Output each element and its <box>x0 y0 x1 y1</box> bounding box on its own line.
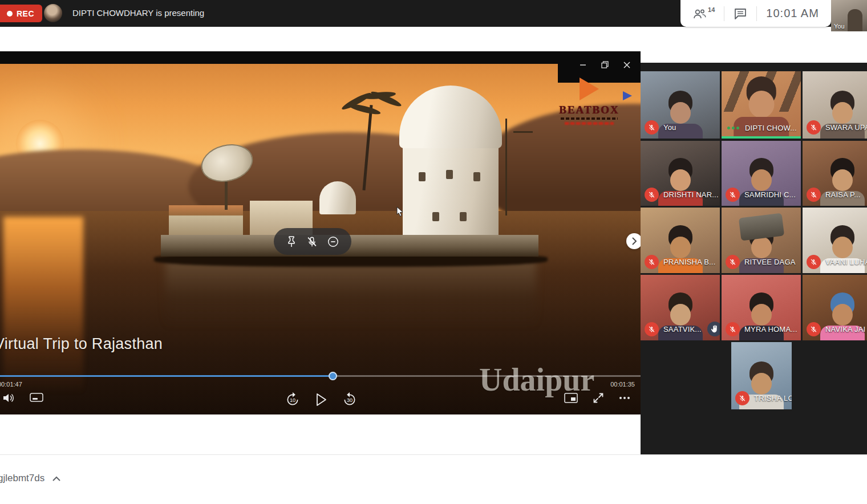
participant-tile[interactable]: MYRA HOMA... <box>722 275 801 340</box>
display-settings-icon[interactable] <box>30 393 43 403</box>
play-button-icon[interactable] <box>315 393 327 407</box>
participant-name: DRISHTI NAR... <box>663 190 719 199</box>
meeting-code-button[interactable]: gjlebmt7ds <box>0 473 60 484</box>
participant-namebar: MYRA HOMA... <box>726 322 799 336</box>
status-pill: 14 10:01 AM <box>680 0 831 27</box>
clock: 10:01 AM <box>766 7 819 20</box>
rewind-10-icon[interactable]: 10 <box>285 392 300 407</box>
participant-namebar: SAATVIK... <box>645 322 718 336</box>
mic-off-icon <box>648 258 655 266</box>
participant-namebar: VAANI LUHA <box>807 255 867 269</box>
scene-small-dome <box>319 181 356 214</box>
participants-button[interactable]: 14 <box>683 7 724 20</box>
muted-mic-badge <box>807 322 821 336</box>
svg-text:30: 30 <box>347 397 353 403</box>
muted-mic-badge <box>726 322 740 336</box>
muted-mic-badge <box>726 188 740 202</box>
phone-prop <box>738 213 784 241</box>
next-participants-button[interactable] <box>626 233 642 249</box>
presenting-banner: DIPTI CHOWDHARY is presenting <box>72 8 204 18</box>
participant-namebar: You <box>645 120 718 135</box>
muted-mic-badge <box>807 255 821 269</box>
people-icon <box>692 7 707 20</box>
video-title-overlay: Virtual Trip to Rajasthan <box>0 335 163 353</box>
participant-tile[interactable]: RAISA P... <box>803 141 867 206</box>
muted-mic-badge <box>807 188 821 202</box>
participant-tile[interactable]: You <box>641 71 720 139</box>
participant-namebar: SWARA UPA... <box>807 120 867 135</box>
participant-tile[interactable]: SWARA UPA... <box>803 71 867 139</box>
participant-name: MYRA HOMA... <box>744 325 797 334</box>
recording-dot-icon <box>7 11 13 17</box>
participant-namebar: RAISA P... <box>807 188 867 202</box>
recording-label: REC <box>17 9 34 18</box>
tile-hover-controls <box>274 228 351 255</box>
participant-name: SAMRIDHI C... <box>744 190 796 199</box>
video-progress-fill <box>0 375 333 377</box>
hand-raised-badge <box>707 322 720 336</box>
remaining-time: 00:01:35 <box>610 381 635 388</box>
scene-building-reflection <box>165 259 536 327</box>
participant-tile[interactable]: SAMRIDHI C... <box>722 141 801 206</box>
presentation-video-player: BEATBOX Virtual Trip to <box>0 51 641 414</box>
more-options-icon[interactable] <box>619 396 630 400</box>
elapsed-time: 00:01:47 <box>0 381 22 388</box>
chat-button[interactable] <box>724 7 756 20</box>
participant-tile[interactable]: DIPTI CHOW... <box>722 71 801 139</box>
minimize-icon[interactable] <box>580 62 586 68</box>
participant-name: NAVIKA JAI <box>825 325 865 334</box>
muted-mic-badge <box>807 120 821 135</box>
chat-icon <box>734 7 747 20</box>
mic-off-icon <box>648 124 655 131</box>
mic-off-icon <box>810 124 817 131</box>
mic-off-icon <box>648 326 655 333</box>
close-icon[interactable] <box>623 62 630 68</box>
bottom-toolbar: gjlebmt7ds <box>0 454 867 504</box>
participant-name: You <box>663 123 676 132</box>
participant-tile[interactable]: VAANI LUHA <box>803 208 867 273</box>
participant-namebar: RITVEE DAGA <box>726 255 799 269</box>
participant-namebar: NAVIKA JAI <box>807 322 867 336</box>
participant-namebar: TRISHA LOHIA <box>735 391 790 405</box>
participant-tile[interactable]: PRANISHA B... <box>641 208 720 273</box>
mic-off-icon <box>729 191 736 198</box>
participant-name: SAATVIK... <box>663 325 702 334</box>
forward-30-icon[interactable]: 30 <box>342 392 357 407</box>
participant-name: SWARA UPA... <box>825 123 867 132</box>
mic-off-icon <box>729 258 736 266</box>
participant-count: 14 <box>708 6 715 13</box>
picture-in-picture-icon[interactable] <box>564 393 578 404</box>
participant-tile[interactable]: TRISHA LOHIA <box>731 342 792 409</box>
chevron-up-icon <box>52 476 60 481</box>
participant-tile[interactable]: RITVEE DAGA <box>722 208 801 273</box>
participant-tile[interactable]: DRISHTI NAR... <box>641 141 720 206</box>
mic-off-icon <box>729 326 736 333</box>
muted-mic-badge <box>645 322 659 336</box>
volume-icon[interactable] <box>2 392 15 404</box>
restore-window-icon[interactable] <box>601 61 609 68</box>
participant-tile[interactable]: NAVIKA JAI <box>803 275 867 340</box>
participant-tile[interactable]: SAATVIK... <box>641 275 720 340</box>
participant-name: DIPTI CHOW... <box>745 124 797 132</box>
video-progress-thumb[interactable] <box>329 372 337 380</box>
mic-off-icon <box>739 395 746 402</box>
scene-house <box>169 205 243 238</box>
participant-name: TRISHA LOHIA <box>754 394 792 403</box>
presenter-avatar <box>44 4 62 22</box>
fullscreen-icon[interactable] <box>593 392 604 404</box>
self-view-label: You <box>834 23 845 30</box>
mute-participant-icon[interactable] <box>306 235 318 248</box>
mic-off-icon <box>810 191 817 198</box>
mouse-cursor <box>396 206 405 218</box>
video-progress-bar[interactable] <box>0 375 641 377</box>
participant-namebar: PRANISHA B... <box>645 255 718 269</box>
participants-panel: You DIPTI CHOW... SWARA UPA... DRISHTI N… <box>641 63 867 454</box>
pin-icon[interactable] <box>286 235 297 248</box>
mic-off-icon <box>810 326 817 333</box>
beatbox-logo-tagline <box>565 122 614 125</box>
participant-namebar: SAMRIDHI C... <box>726 188 799 202</box>
self-view-tile[interactable]: You <box>831 0 867 31</box>
meeting-code: gjlebmt7ds <box>0 473 44 484</box>
beatbox-logo-text: BEATBOX <box>552 104 626 116</box>
remove-participant-icon[interactable] <box>327 235 339 248</box>
